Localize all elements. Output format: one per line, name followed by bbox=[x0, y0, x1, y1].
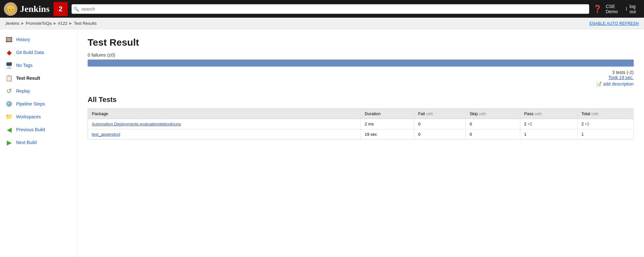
col-fail: Fail (diff) bbox=[414, 109, 466, 119]
pipe-separator: l bbox=[626, 6, 627, 12]
replay-icon: ↺ bbox=[5, 87, 13, 95]
sidebar-label-git: Git Build Data bbox=[16, 50, 44, 55]
main-layout: 🎞️ History ◆ Git Build Data 🖥️ No Tags 📋… bbox=[0, 29, 644, 257]
breadcrumb-bar: Jenkins ▶ PromoteToQa ▶ #122 ▶ Test Resu… bbox=[0, 18, 644, 29]
cell-pass: 2 +2 bbox=[520, 119, 578, 129]
cell-pass: 1 bbox=[520, 129, 578, 140]
table-header-row: Package Duration Fail (diff) Skip (diff)… bbox=[88, 109, 634, 119]
breadcrumb-sep-1: ▶ bbox=[21, 21, 24, 25]
sidebar-item-previous-build[interactable]: ◀ Previous Build bbox=[0, 123, 77, 136]
took-time-link[interactable]: Took 19 sec. bbox=[88, 75, 634, 80]
history-icon: 🎞️ bbox=[5, 36, 13, 43]
col-duration: Duration bbox=[361, 109, 414, 119]
sidebar-label-notags: No Tags bbox=[16, 63, 33, 68]
header: 👴 Jenkins 2 ❓ CSE Demo l log out bbox=[0, 0, 644, 18]
sidebar: 🎞️ History ◆ Git Build Data 🖥️ No Tags 📋… bbox=[0, 29, 77, 257]
breadcrumb-sep-2: ▶ bbox=[53, 21, 56, 25]
cell-skip: 0 bbox=[466, 129, 520, 140]
cell-skip: 0 bbox=[466, 119, 520, 129]
next-build-icon: ▶ bbox=[5, 139, 13, 146]
test-result-icon: 📋 bbox=[5, 74, 13, 82]
col-pass: Pass (diff) bbox=[520, 109, 578, 119]
cell-fail: 0 bbox=[414, 119, 466, 129]
cell-duration: 2 ms bbox=[361, 119, 414, 129]
header-user-area: CSE Demo l log out bbox=[606, 4, 640, 14]
sidebar-item-git-build-data[interactable]: ◆ Git Build Data bbox=[0, 46, 77, 59]
edit-icon: 📝 bbox=[596, 81, 602, 87]
sidebar-label-pipeline: Pipeline Steps bbox=[16, 101, 45, 106]
notification-badge[interactable]: 2 bbox=[53, 2, 68, 16]
sidebar-item-history[interactable]: 🎞️ History bbox=[0, 33, 77, 46]
breadcrumb-jenkins[interactable]: Jenkins bbox=[5, 21, 19, 26]
auto-refresh-link[interactable]: ENABLE AUTO REFRESH bbox=[590, 21, 639, 26]
breadcrumb-sep-3: ▶ bbox=[69, 21, 72, 25]
progress-bar-fill bbox=[88, 60, 634, 67]
search-wrapper bbox=[72, 4, 589, 14]
col-total: Total (diff) bbox=[577, 109, 633, 119]
cell-package: test_appendcol bbox=[88, 129, 361, 140]
col-skip: Skip (diff) bbox=[466, 109, 520, 119]
no-tags-icon: 🖥️ bbox=[5, 61, 13, 69]
tests-table-body: Automation.Deployments.evaluatenotebookr… bbox=[88, 119, 634, 140]
col-package: Package bbox=[88, 109, 361, 119]
sidebar-label-prev: Previous Build bbox=[16, 127, 45, 132]
page-title: Test Result bbox=[88, 37, 634, 48]
prev-build-icon: ◀ bbox=[5, 126, 13, 133]
add-description-link[interactable]: 📝 add description bbox=[596, 81, 634, 87]
content: Test Result 0 failures (±0) 3 tests (-2)… bbox=[77, 29, 644, 257]
site-title: Jenkins bbox=[20, 4, 50, 14]
sidebar-item-workspaces[interactable]: 📁 Workspaces bbox=[0, 110, 77, 123]
sidebar-item-no-tags[interactable]: 🖥️ No Tags bbox=[0, 59, 77, 72]
logo-area: 👴 Jenkins bbox=[4, 2, 50, 16]
table-row: Automation.Deployments.evaluatenotebookr… bbox=[88, 119, 634, 129]
failures-label: 0 failures (±0) bbox=[88, 52, 634, 58]
stats-area: 3 tests (-2) Took 19 sec. 📝 add descript… bbox=[88, 70, 634, 87]
workspaces-icon: 📁 bbox=[5, 113, 13, 121]
logout-link[interactable]: log out bbox=[630, 4, 640, 14]
tests-count: 3 tests (-2) bbox=[88, 70, 634, 75]
pipeline-icon: ⚙️ bbox=[5, 100, 13, 108]
sidebar-label-history: History bbox=[16, 37, 30, 42]
sidebar-item-replay[interactable]: ↺ Replay bbox=[0, 85, 77, 97]
breadcrumb: Jenkins ▶ PromoteToQa ▶ #122 ▶ Test Resu… bbox=[5, 21, 97, 26]
breadcrumb-test-results: Test Results bbox=[74, 21, 97, 26]
sidebar-item-next-build[interactable]: ▶ Next Build bbox=[0, 136, 77, 149]
all-tests-heading: All Tests bbox=[88, 96, 634, 104]
package-link[interactable]: test_appendcol bbox=[92, 132, 120, 137]
sidebar-item-pipeline-steps[interactable]: ⚙️ Pipeline Steps bbox=[0, 97, 77, 110]
progress-bar bbox=[88, 60, 634, 67]
table-row: test_appendcol19 sec0011 bbox=[88, 129, 634, 140]
cell-duration: 19 sec bbox=[361, 129, 414, 140]
sidebar-label-next: Next Build bbox=[16, 140, 37, 145]
breadcrumb-promotetoga[interactable]: PromoteToQa bbox=[26, 21, 52, 26]
git-icon: ◆ bbox=[5, 49, 13, 56]
add-description-area: 📝 add description bbox=[88, 81, 634, 87]
cell-total: 2 +2 bbox=[577, 119, 633, 129]
search-input[interactable] bbox=[72, 4, 589, 14]
user-name: CSE Demo bbox=[606, 4, 623, 14]
cell-package: Automation.Deployments.evaluatenotebookr… bbox=[88, 119, 361, 129]
help-icon[interactable]: ❓ bbox=[593, 5, 602, 13]
package-link[interactable]: Automation.Deployments.evaluatenotebookr… bbox=[92, 122, 181, 126]
breadcrumb-build[interactable]: #122 bbox=[58, 21, 67, 26]
sidebar-label-workspaces: Workspaces bbox=[16, 114, 41, 119]
sidebar-item-test-result[interactable]: 📋 Test Result bbox=[0, 72, 77, 85]
sidebar-label-testresult: Test Result bbox=[16, 76, 40, 81]
tests-table: Package Duration Fail (diff) Skip (diff)… bbox=[88, 108, 634, 140]
jenkins-logo-icon: 👴 bbox=[4, 2, 17, 16]
cell-fail: 0 bbox=[414, 129, 466, 140]
sidebar-label-replay: Replay bbox=[16, 88, 30, 94]
cell-total: 1 bbox=[577, 129, 633, 140]
